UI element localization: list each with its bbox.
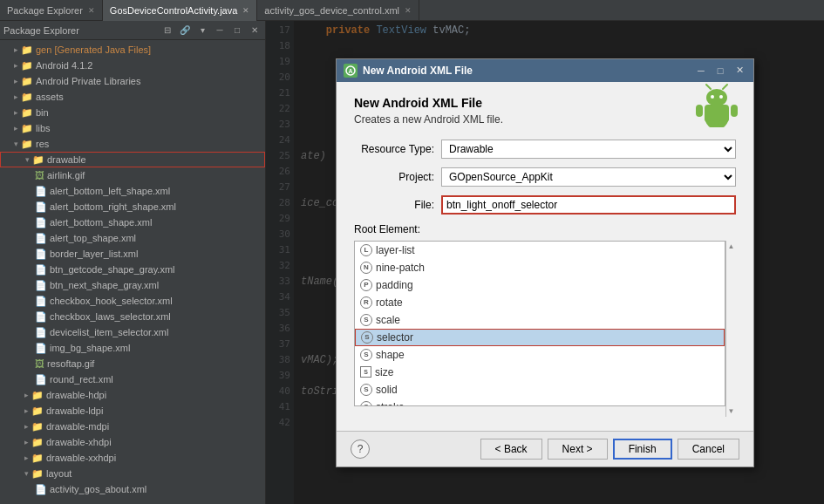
root-item-icon-scale: S <box>360 314 372 326</box>
tree-item-resoftap[interactable]: 🖼 resoftap.gif <box>0 356 265 371</box>
panel-menu-icon[interactable]: ▾ <box>195 24 209 37</box>
svg-line-8 <box>723 85 727 89</box>
tree-item-libs[interactable]: ▸ 📁 libs <box>0 120 265 136</box>
root-item-size[interactable]: S size <box>355 364 725 381</box>
root-element-list[interactable]: L layer-list N nine-patch P padding <box>354 241 725 406</box>
root-item-shape[interactable]: S shape <box>355 346 725 364</box>
root-item-solid[interactable]: S solid <box>355 381 725 398</box>
root-item-nine-patch[interactable]: N nine-patch <box>355 259 725 276</box>
panel-maximize-icon[interactable]: □ <box>230 24 244 37</box>
tree-item-alert-bottom-right[interactable]: 📄 alert_bottom_right_shape.xml <box>0 199 265 215</box>
tab-gos-device-label: GosDeviceControlActivity.java <box>110 5 238 16</box>
tree-item-drawable-ldpi[interactable]: ▸ 📁 drawable-ldpi <box>0 403 265 419</box>
android-icon <box>694 82 739 130</box>
next-button[interactable]: Next > <box>548 439 608 460</box>
package-explorer-panel: Package Explorer ⊟ 🔗 ▾ ─ □ ✕ ▸ 📁 gen [Ge… <box>0 21 266 504</box>
tree-item-bin[interactable]: ▸ 📁 bin <box>0 105 265 120</box>
svg-point-5 <box>711 95 714 99</box>
scrollbar-up-arrow[interactable]: ▲ <box>728 242 735 250</box>
tree-item-img-bg[interactable]: 📄 img_bg_shape.xml <box>0 340 265 356</box>
root-item-icon-solid: S <box>360 384 372 396</box>
file-input[interactable] <box>441 195 736 215</box>
tree-item-drawable[interactable]: ▾ 📁 drawable <box>0 152 265 167</box>
file-label: File: <box>354 199 441 211</box>
tree-item-round-rect[interactable]: 📄 round_rect.xml <box>0 371 265 387</box>
project-label: Project: <box>354 171 441 183</box>
tree-item-layout[interactable]: ▾ 📁 layout <box>0 466 265 481</box>
dialog-maximize-button[interactable]: □ <box>713 64 727 78</box>
svg-rect-3 <box>705 105 729 122</box>
tree-item-gen[interactable]: ▸ 📁 gen [Generated Java Files] <box>0 42 265 58</box>
root-item-selector[interactable]: S selector <box>355 329 725 346</box>
svg-point-6 <box>719 95 723 99</box>
svg-rect-11 <box>708 120 715 127</box>
back-button[interactable]: < Back <box>480 439 542 460</box>
root-item-stroke[interactable]: S stroke <box>355 398 725 406</box>
tab-package-explorer-close[interactable]: ✕ <box>88 6 95 15</box>
tree-item-androidPrivate[interactable]: ▸ 📁 Android Private Libraries <box>0 73 265 89</box>
tab-bar: Package Explorer ✕ GosDeviceControlActiv… <box>0 0 824 21</box>
root-item-layer-list[interactable]: L layer-list <box>355 242 725 259</box>
dialog-minimize-button[interactable]: ─ <box>694 64 708 78</box>
tree-item-airlink[interactable]: 🖼 airlink.gif <box>0 167 265 183</box>
panel-title-label: Package Explorer <box>3 25 157 36</box>
tree-item-assets[interactable]: ▸ 📁 assets <box>0 89 265 105</box>
svg-rect-9 <box>696 105 703 117</box>
root-item-padding[interactable]: P padding <box>355 276 725 294</box>
root-item-rotate[interactable]: R rotate <box>355 294 725 311</box>
tree-item-btn-getcode[interactable]: 📄 btn_getcode_shape_gray.xml <box>0 262 265 277</box>
root-item-icon-layer-list: L <box>360 244 372 256</box>
tree-item-drawable-xhdpi[interactable]: ▸ 📁 drawable-xhdpi <box>0 434 265 450</box>
tree-item-alert-bottom-left[interactable]: 📄 alert_bottom_left_shape.xml <box>0 183 265 199</box>
project-select[interactable]: GOpenSource_AppKit <box>441 167 736 187</box>
tab-package-explorer[interactable]: Package Explorer ✕ <box>0 0 103 21</box>
root-item-scale[interactable]: S scale <box>355 311 725 329</box>
dialog-heading: New Android XML File <box>354 96 736 110</box>
root-item-icon-nine-patch: N <box>360 262 372 274</box>
tree-item-drawable-hdpi[interactable]: ▸ 📁 drawable-hdpi <box>0 387 265 403</box>
cancel-button[interactable]: Cancel <box>678 439 739 460</box>
dialog-close-button[interactable]: ✕ <box>732 64 746 78</box>
tree-item-drawable-xxhdpi[interactable]: ▸ 📁 drawable-xxhdpi <box>0 450 265 466</box>
tree-item-activity-gos-about[interactable]: 📄 activity_gos_about.xml <box>0 481 265 497</box>
dialog-subtext: Creates a new Android XML file. <box>354 113 736 126</box>
resource-type-select[interactable]: Drawable <box>441 140 736 159</box>
tree-area[interactable]: ▸ 📁 gen [Generated Java Files] ▸ 📁 Andro… <box>0 40 265 504</box>
scrollbar-down-arrow[interactable]: ▼ <box>728 407 735 415</box>
tab-activity-xml[interactable]: activity_gos_device_control.xml ✕ <box>257 0 419 21</box>
tree-item-res[interactable]: ▾ 📁 res <box>0 136 265 152</box>
help-button[interactable]: ? <box>351 439 370 459</box>
collapse-all-icon[interactable]: ⊟ <box>160 24 174 37</box>
tree-item-android412[interactable]: ▸ 📁 Android 4.1.2 <box>0 58 265 73</box>
tree-item-devicelist[interactable]: 📄 devicelist_item_selector.xml <box>0 324 265 340</box>
root-item-icon-rotate: R <box>360 296 372 309</box>
dialog-form: Resource Type: Drawable Project: GOpenSo… <box>354 140 736 215</box>
dialog-overlay: A New Android XML File ─ □ ✕ <box>266 21 824 504</box>
tab-activity-xml-label: activity_gos_device_control.xml <box>264 5 399 16</box>
root-item-icon-stroke: S <box>360 401 372 406</box>
resource-type-row: Resource Type: Drawable <box>354 140 736 159</box>
panel-close-icon[interactable]: ✕ <box>248 24 262 37</box>
svg-rect-10 <box>731 105 738 117</box>
tree-item-alert-bottom[interactable]: 📄 alert_bottom_shape.xml <box>0 215 265 230</box>
tree-item-border-layer[interactable]: 📄 border_layer_list.xml <box>0 246 265 262</box>
tab-gos-device[interactable]: GosDeviceControlActivity.java ✕ <box>103 0 258 21</box>
tab-gos-device-close[interactable]: ✕ <box>242 6 249 15</box>
link-editor-icon[interactable]: 🔗 <box>178 24 192 37</box>
panel-minimize-icon[interactable]: ─ <box>213 24 227 37</box>
tab-package-explorer-label: Package Explorer <box>7 5 83 16</box>
root-item-icon-padding: P <box>360 279 372 291</box>
tree-item-checkbox-laws[interactable]: 📄 checkbox_laws_selector.xml <box>0 309 265 324</box>
tree-item-btn-next[interactable]: 📄 btn_next_shape_gray.xml <box>0 277 265 293</box>
tab-activity-xml-close[interactable]: ✕ <box>405 6 412 15</box>
finish-button[interactable]: Finish <box>613 439 672 460</box>
project-row: Project: GOpenSource_AppKit <box>354 167 736 187</box>
tree-item-alert-top[interactable]: 📄 alert_top_shape.xml <box>0 230 265 246</box>
dialog-titlebar: A New Android XML File ─ □ ✕ <box>337 59 753 82</box>
tree-item-checkbox-hook[interactable]: 📄 checkbox_hook_selector.xml <box>0 293 265 309</box>
list-scrollbar[interactable]: ▲ ▼ <box>725 241 736 417</box>
tree-item-drawable-mdpi[interactable]: ▸ 📁 drawable-mdpi <box>0 419 265 434</box>
resource-type-label: Resource Type: <box>354 143 441 155</box>
svg-rect-12 <box>718 120 725 127</box>
main-area: Package Explorer ⊟ 🔗 ▾ ─ □ ✕ ▸ 📁 gen [Ge… <box>0 21 824 504</box>
